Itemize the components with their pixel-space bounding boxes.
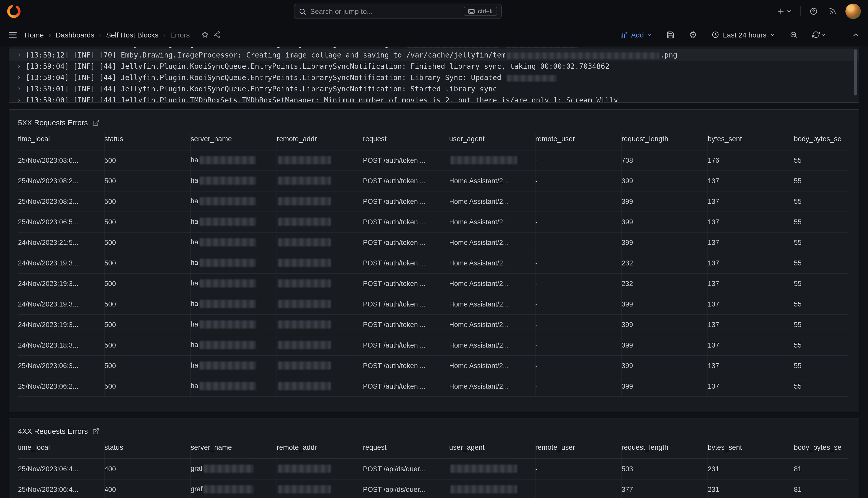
add-chart-icon xyxy=(620,30,628,39)
expand-chevron-icon[interactable]: › xyxy=(12,61,26,72)
grafana-logo-icon[interactable] xyxy=(7,5,21,18)
table-cell xyxy=(276,294,363,314)
breadcrumb-self-host-blocks[interactable]: Self Host Blocks xyxy=(106,30,159,39)
cell-text: 81 xyxy=(794,485,802,493)
column-header-request_length[interactable]: request_length xyxy=(621,442,707,458)
table-cell: 137 xyxy=(707,232,794,253)
table-cell xyxy=(276,376,363,396)
breadcrumb-current: Errors xyxy=(170,30,190,39)
column-header-remote_user[interactable]: remote_user xyxy=(535,442,621,458)
redacted-block xyxy=(199,279,256,288)
column-header-time_local[interactable]: time_local xyxy=(18,442,104,458)
redacted-block xyxy=(506,52,659,59)
table-row: 24/Nov/2023:19:3...500haPOST /auth/token… xyxy=(18,273,848,294)
external-link-icon[interactable] xyxy=(92,428,99,435)
cell-text: 399 xyxy=(622,300,633,308)
add-button[interactable]: Add xyxy=(618,28,654,41)
column-header-body_bytes_se[interactable]: body_bytes_se xyxy=(794,133,848,150)
column-header-body_bytes_se[interactable]: body_bytes_se xyxy=(794,442,848,458)
expand-chevron-icon[interactable]: › xyxy=(12,72,26,83)
table-cell: ha xyxy=(190,170,276,191)
table-cell xyxy=(276,355,363,376)
column-header-remote_addr[interactable]: remote_addr xyxy=(276,442,363,458)
log-row[interactable]: ›[13:59:01] [INF] [44] Jellyfin.Plugin.K… xyxy=(9,83,859,94)
cell-text: 137 xyxy=(708,320,719,328)
user-avatar[interactable] xyxy=(845,4,861,19)
column-header-server_name[interactable]: server_name xyxy=(190,133,276,150)
table-cell: ha xyxy=(190,314,276,335)
cell-text: Home Assistant/2... xyxy=(449,362,509,369)
cell-text: 55 xyxy=(794,362,802,369)
help-icon xyxy=(810,7,818,15)
breadcrumb-dashboards[interactable]: Dashboards xyxy=(56,30,94,39)
log-row[interactable]: ›[13:59:12] [INF] [70] Emby.Drawing.Imag… xyxy=(9,49,859,61)
share-button[interactable] xyxy=(211,29,223,41)
log-row[interactable]: ›[13:59:00] [INF] [44] Jellyfin.Plugin.T… xyxy=(9,94,859,103)
zoom-out-time-button[interactable] xyxy=(787,28,800,41)
refresh-button[interactable] xyxy=(810,29,828,41)
log-row[interactable]: ›[13:59:12] [INF] [70] Emby.Drawing.Imag… xyxy=(9,47,859,49)
table-cell: 500 xyxy=(104,335,190,355)
save-dashboard-button[interactable] xyxy=(664,28,677,41)
column-header-request_length[interactable]: request_length xyxy=(621,133,707,150)
table-cell: 232 xyxy=(621,253,707,273)
redacted-block xyxy=(199,238,256,246)
cell-text: [13:59:04] [INF] [44] Jellyfin.Plugin.Ko… xyxy=(26,74,505,82)
cell-text: POST /api/ds/quer... xyxy=(363,485,425,493)
column-header-status[interactable]: status xyxy=(104,442,190,458)
expand-chevron-icon[interactable]: › xyxy=(12,49,26,61)
time-range-picker[interactable]: Last 24 hours xyxy=(709,28,777,41)
plus-icon xyxy=(777,7,785,15)
share-icon xyxy=(213,31,221,39)
log-row[interactable]: ›[13:59:04] [INF] [44] Jellyfin.Plugin.K… xyxy=(9,72,859,83)
redacted-block xyxy=(506,75,556,81)
column-header-user_agent[interactable]: user_agent xyxy=(449,442,535,458)
news-button[interactable] xyxy=(826,5,839,17)
redacted-block xyxy=(278,238,331,246)
column-header-bytes_sent[interactable]: bytes_sent xyxy=(707,442,794,458)
cell-text: 55 xyxy=(794,238,802,246)
redacted-block xyxy=(506,47,578,48)
cell-text: 500 xyxy=(104,341,116,349)
table-cell: 231 xyxy=(707,479,794,498)
table-cell: 55 xyxy=(794,294,848,314)
column-header-request[interactable]: request xyxy=(363,442,449,458)
search-input[interactable]: Search or jump to... ctrl+k xyxy=(294,4,501,19)
redacted-block xyxy=(407,47,499,48)
table-cell: - xyxy=(535,232,621,253)
keyboard-icon xyxy=(468,8,475,15)
cell-text: Home Assistant/2... xyxy=(449,320,509,328)
column-header-server_name[interactable]: server_name xyxy=(190,442,276,458)
cell-text: POST /auth/token ... xyxy=(363,300,425,308)
column-header-request[interactable]: request xyxy=(363,133,449,150)
column-header-remote_addr[interactable]: remote_addr xyxy=(276,133,363,150)
cell-text: - xyxy=(535,177,538,185)
new-menu-button[interactable] xyxy=(775,5,794,17)
dashboard-settings-button[interactable]: ⚙ xyxy=(687,28,699,41)
column-header-time_local[interactable]: time_local xyxy=(18,133,104,150)
table-cell: - xyxy=(535,479,621,498)
help-button[interactable] xyxy=(808,5,820,17)
cell-text: 55 xyxy=(794,218,802,226)
favorite-star-button[interactable] xyxy=(199,29,211,41)
expand-chevron-icon[interactable]: › xyxy=(12,94,26,103)
breadcrumb-home[interactable]: Home xyxy=(25,30,44,39)
cell-text: 399 xyxy=(622,197,633,205)
table-row: 25/Nov/2023:06:4...400grafPOST /api/ds/q… xyxy=(18,479,848,498)
mega-menu-toggle[interactable] xyxy=(6,28,19,41)
column-header-status[interactable]: status xyxy=(104,133,190,150)
expand-chevron-icon[interactable]: › xyxy=(12,83,26,94)
panel-title[interactable]: 4XX Requests Errors xyxy=(18,427,88,435)
external-link-icon[interactable] xyxy=(92,119,99,126)
column-header-bytes_sent[interactable]: bytes_sent xyxy=(707,133,794,150)
panel-title[interactable]: 5XX Requests Errors xyxy=(18,119,88,127)
collapse-toolbar-button[interactable] xyxy=(850,28,862,41)
logs-scrollbar[interactable] xyxy=(854,49,857,95)
table-cell: 137 xyxy=(707,273,794,294)
column-header-user_agent[interactable]: user_agent xyxy=(449,133,535,150)
table-cell: POST /auth/token ... xyxy=(363,273,449,294)
log-row[interactable]: ›[13:59:04] [INF] [44] Jellyfin.Plugin.K… xyxy=(9,61,859,72)
cell-text: - xyxy=(535,320,538,328)
column-header-remote_user[interactable]: remote_user xyxy=(535,133,621,150)
expand-chevron-icon[interactable]: › xyxy=(12,47,26,49)
